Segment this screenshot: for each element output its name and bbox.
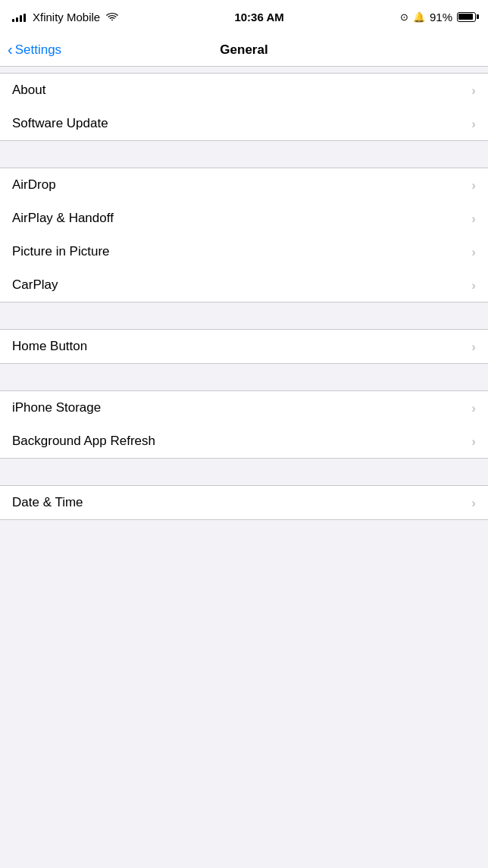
signal-bar-2	[16, 17, 18, 22]
battery-icon	[457, 12, 476, 22]
settings-list-1: About › Software Update ›	[0, 73, 488, 141]
settings-container: About › Software Update › AirDrop › AirP…	[0, 67, 488, 520]
airplay-handoff-label: AirPlay & Handoff	[12, 211, 114, 226]
signal-bars	[12, 11, 26, 22]
group-spacer-1	[0, 141, 488, 168]
about-chevron-icon: ›	[471, 84, 476, 97]
location-icon: ⊙	[400, 11, 408, 23]
signal-bar-3	[20, 15, 22, 22]
background-app-refresh-label: Background App Refresh	[12, 434, 155, 449]
settings-list-5: Date & Time ›	[0, 485, 488, 520]
background-app-refresh-chevron-icon: ›	[471, 435, 476, 448]
settings-list-2: AirDrop › AirPlay & Handoff › Picture in…	[0, 168, 488, 302]
group-spacer-4	[0, 459, 488, 485]
status-time: 10:36 AM	[234, 11, 283, 24]
status-bar: Xfinity Mobile 10:36 AM ⊙ 🔔 91%	[0, 0, 488, 33]
svg-point-0	[111, 20, 113, 20]
settings-group-2: AirDrop › AirPlay & Handoff › Picture in…	[0, 168, 488, 302]
settings-item-airplay-handoff[interactable]: AirPlay & Handoff ›	[0, 202, 488, 235]
settings-group-1: About › Software Update ›	[0, 73, 488, 141]
settings-group-4: iPhone Storage › Background App Refresh …	[0, 390, 488, 459]
back-button[interactable]: ‹ Settings	[8, 42, 61, 58]
page-title: General	[220, 42, 267, 58]
signal-bar-4	[23, 14, 26, 22]
settings-item-iphone-storage[interactable]: iPhone Storage ›	[0, 391, 488, 425]
picture-in-picture-label: Picture in Picture	[12, 244, 110, 259]
group-spacer-3	[0, 364, 488, 390]
settings-item-home-button[interactable]: Home Button ›	[0, 330, 488, 363]
alarm-icon: 🔔	[413, 11, 425, 23]
home-button-label: Home Button	[12, 339, 87, 354]
top-spacer	[0, 67, 488, 73]
signal-bar-1	[12, 19, 14, 22]
carrier-label: Xfinity Mobile	[33, 11, 100, 24]
settings-list-3: Home Button ›	[0, 329, 488, 364]
iphone-storage-chevron-icon: ›	[471, 402, 476, 415]
settings-item-airdrop[interactable]: AirDrop ›	[0, 168, 488, 202]
battery-percent: 91%	[430, 11, 452, 24]
about-label: About	[12, 83, 45, 98]
settings-list-4: iPhone Storage › Background App Refresh …	[0, 390, 488, 459]
battery-fill	[458, 14, 472, 20]
picture-in-picture-chevron-icon: ›	[471, 246, 476, 259]
settings-group-3: Home Button ›	[0, 329, 488, 364]
home-button-chevron-icon: ›	[471, 340, 476, 353]
settings-group-5: Date & Time ›	[0, 485, 488, 520]
settings-item-picture-in-picture[interactable]: Picture in Picture ›	[0, 235, 488, 268]
carplay-label: CarPlay	[12, 277, 58, 293]
settings-item-date-time[interactable]: Date & Time ›	[0, 486, 488, 519]
settings-item-about[interactable]: About ›	[0, 74, 488, 107]
airdrop-chevron-icon: ›	[471, 179, 476, 192]
status-right: ⊙ 🔔 91%	[400, 11, 476, 24]
software-update-label: Software Update	[12, 116, 108, 131]
wifi-icon	[106, 11, 118, 23]
back-chevron-icon: ‹	[8, 42, 13, 57]
back-label: Settings	[15, 42, 61, 58]
group-spacer-2	[0, 302, 488, 329]
airplay-handoff-chevron-icon: ›	[471, 212, 476, 225]
airdrop-label: AirDrop	[12, 177, 56, 193]
settings-item-background-app-refresh[interactable]: Background App Refresh ›	[0, 425, 488, 458]
software-update-chevron-icon: ›	[471, 118, 476, 130]
status-left: Xfinity Mobile	[12, 11, 118, 24]
date-time-chevron-icon: ›	[471, 497, 476, 509]
carplay-chevron-icon: ›	[471, 279, 476, 292]
nav-bar: ‹ Settings General	[0, 33, 488, 67]
iphone-storage-label: iPhone Storage	[12, 400, 101, 415]
settings-item-software-update[interactable]: Software Update ›	[0, 107, 488, 140]
date-time-label: Date & Time	[12, 495, 83, 510]
settings-item-carplay[interactable]: CarPlay ›	[0, 268, 488, 302]
